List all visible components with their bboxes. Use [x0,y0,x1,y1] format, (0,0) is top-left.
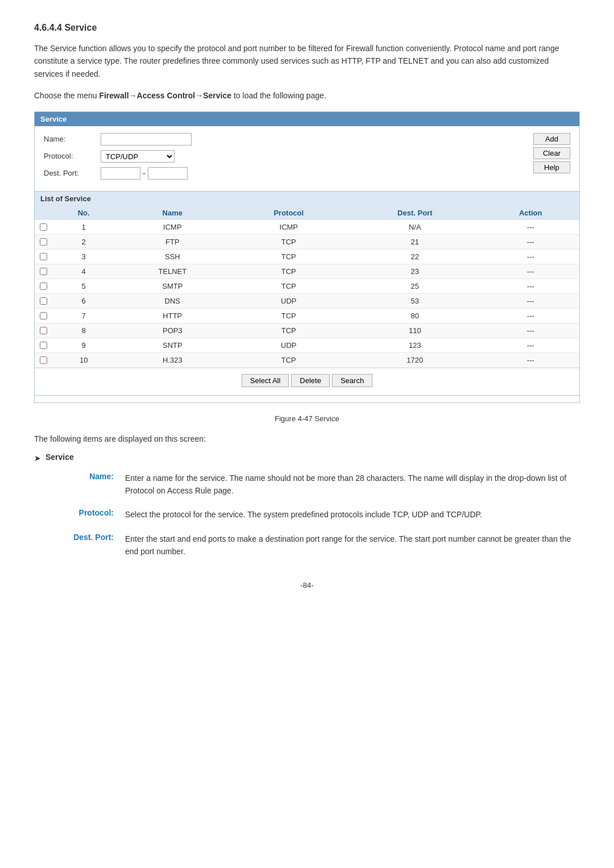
row-checkbox[interactable] [40,327,47,334]
table-footer: Select All Delete Search [35,368,579,393]
name-input[interactable] [101,133,192,146]
row-checkbox-cell [35,279,52,293]
table-row: 6 DNS UDP 53 --- [35,293,579,308]
row-dest-port: 80 [348,308,482,323]
col-no: No. [52,206,115,220]
detail-desc-0: Enter a name for the service. The name s… [125,472,580,497]
search-button[interactable]: Search [332,374,372,387]
row-checkbox[interactable] [40,223,47,231]
row-protocol: UDP [229,293,348,308]
service-box-header: Service [35,112,579,126]
row-no: 9 [52,338,115,352]
menu-path-bold: Firewall→Access Control→Service [99,91,231,100]
row-checkbox[interactable] [40,268,47,275]
intro-paragraph: The Service function allows you to speci… [34,42,580,80]
row-checkbox-cell [35,308,52,323]
row-action: --- [482,308,579,323]
row-dest-port: 53 [348,293,482,308]
detail-row: Dest. Port: Enter the start and end port… [57,533,580,558]
row-no: 5 [52,279,115,293]
row-checkbox-cell [35,338,52,352]
row-no: 2 [52,234,115,249]
name-row: Name: [44,133,570,146]
col-checkbox [35,206,52,220]
row-checkbox-cell [35,352,52,367]
dest-port-start[interactable] [101,167,140,180]
row-checkbox[interactable] [40,283,47,290]
detail-desc-2: Enter the start and end ports to make a … [125,533,580,558]
row-name: DNS [115,293,229,308]
row-protocol: ICMP [229,220,348,235]
row-name: H.323 [115,352,229,367]
row-protocol: TCP [229,234,348,249]
protocol-select[interactable]: TCP/UDP TCP UDP ICMP [101,150,175,163]
select-all-button[interactable]: Select All [242,374,289,387]
row-action: --- [482,279,579,293]
clear-button[interactable]: Clear [533,147,570,159]
row-checkbox[interactable] [40,312,47,319]
col-name: Name [115,206,229,220]
detail-label-0: Name: [57,472,125,481]
row-checkbox[interactable] [40,297,47,305]
service-box: Service Name: Protocol: TCP/UDP TCP UDP … [34,111,580,403]
delete-button[interactable]: Delete [291,374,330,387]
row-no: 10 [52,352,115,367]
protocol-label: Protocol: [44,152,101,160]
row-action: --- [482,293,579,308]
detail-label-2: Dest. Port: [57,533,125,542]
dest-port-label: Dest. Port: [44,169,101,177]
page-number: -84- [34,581,580,589]
row-protocol: TCP [229,308,348,323]
row-action: --- [482,249,579,264]
table-row: 2 FTP TCP 21 --- [35,234,579,249]
row-checkbox-cell [35,249,52,264]
table-head: No. Name Protocol Dest. Port Action [35,206,579,220]
arrow-icon: ➤ [34,454,41,463]
row-protocol: TCP [229,249,348,264]
row-checkbox-cell [35,264,52,279]
row-dest-port: 23 [348,264,482,279]
row-name: HTTP [115,308,229,323]
row-checkbox[interactable] [40,356,47,364]
add-button[interactable]: Add [533,133,570,145]
row-checkbox-cell [35,234,52,249]
row-action: --- [482,234,579,249]
row-no: 8 [52,323,115,338]
table-row: 9 SNTP UDP 123 --- [35,338,579,352]
table-row: 5 SMTP TCP 25 --- [35,279,579,293]
row-name: SNTP [115,338,229,352]
row-no: 1 [52,220,115,235]
col-protocol: Protocol [229,206,348,220]
arrow-section: ➤ Service [34,452,580,463]
page-heading: 4.6.4.4 Service [34,23,580,33]
row-name: TELNET [115,264,229,279]
row-protocol: UDP [229,338,348,352]
row-action: --- [482,338,579,352]
row-checkbox[interactable] [40,342,47,349]
name-label: Name: [44,135,101,143]
row-dest-port: 1720 [348,352,482,367]
dest-port-end[interactable] [148,167,188,180]
help-button[interactable]: Help [533,161,570,173]
row-action: --- [482,323,579,338]
dest-port-row: Dest. Port: - [44,167,570,180]
action-buttons: Add Clear Help [533,133,570,173]
row-dest-port: 21 [348,234,482,249]
row-name: FTP [115,234,229,249]
detail-label-1: Protocol: [57,508,125,517]
menu-path-suffix: to load the following page. [231,91,326,100]
row-no: 6 [52,293,115,308]
service-form: Name: Protocol: TCP/UDP TCP UDP ICMP Des… [35,126,579,191]
table-row: 3 SSH TCP 22 --- [35,249,579,264]
service-table: No. Name Protocol Dest. Port Action 1 IC… [35,206,579,368]
row-dest-port: 22 [348,249,482,264]
menu-path-prefix: Choose the menu [34,91,99,100]
detail-row: Protocol: Select the protocol for the se… [57,508,580,521]
list-of-service-header: List of Service [35,191,579,206]
row-checkbox[interactable] [40,253,47,260]
row-name: POP3 [115,323,229,338]
dest-port-separator: - [143,169,146,178]
row-checkbox-cell [35,220,52,235]
row-dest-port: 25 [348,279,482,293]
row-checkbox[interactable] [40,238,47,246]
